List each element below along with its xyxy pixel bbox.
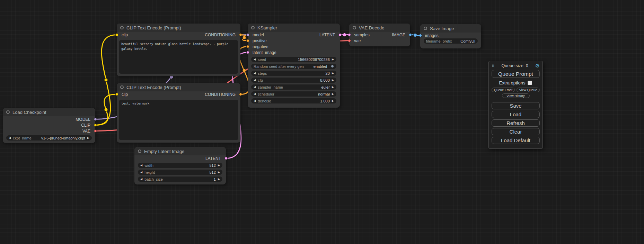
graph-canvas[interactable]: Load Checkpoint MODEL CLIP VAE ◀ ckpt_na…: [0, 0, 644, 244]
increment-icon[interactable]: ▶: [332, 72, 334, 75]
node-title: CLIP Text Encode (Prompt): [126, 25, 181, 30]
link-dot: [104, 78, 108, 82]
input-slot-clip[interactable]: [115, 93, 118, 96]
input-slot-clip[interactable]: [115, 33, 118, 36]
increment-icon[interactable]: ▶: [218, 164, 220, 167]
output-slot-latent[interactable]: [224, 157, 228, 160]
link-dot: [343, 33, 346, 37]
input-slot-images[interactable]: [419, 34, 422, 37]
output-slot-image[interactable]: [409, 33, 412, 36]
decrement-icon[interactable]: ◀: [254, 72, 256, 75]
decrement-icon[interactable]: ◀: [254, 58, 256, 61]
increment-icon[interactable]: ▶: [332, 58, 334, 61]
collapse-icon[interactable]: [353, 26, 356, 29]
extra-options-checkbox[interactable]: [528, 81, 532, 85]
input-label: latent_image: [253, 50, 276, 55]
widget-cfg[interactable]: ◀ cfg 8.000 ▶: [251, 78, 336, 83]
widget-steps[interactable]: ◀ steps 20 ▶: [251, 71, 336, 76]
output-slot-conditioning[interactable]: [239, 93, 242, 96]
collapse-icon[interactable]: [251, 26, 255, 29]
output-slot-model[interactable]: [94, 118, 97, 121]
collapse-icon[interactable]: [120, 26, 124, 29]
input-label: model: [253, 33, 264, 37]
link-dot: [414, 34, 417, 37]
prompt-textarea[interactable]: beautiful scenery nature glass bottle la…: [119, 40, 238, 74]
output-slot-latent[interactable]: [338, 33, 342, 36]
input-slot-model[interactable]: [246, 33, 249, 36]
increment-icon[interactable]: ▶: [218, 171, 220, 174]
node-title-bar[interactable]: Load Checkpoint: [3, 108, 95, 116]
input-slot-samples[interactable]: [348, 33, 351, 36]
queue-front-button[interactable]: Queue Front: [492, 88, 515, 92]
node-title-bar[interactable]: KSampler: [248, 24, 340, 32]
increment-icon[interactable]: ▶: [218, 178, 220, 181]
node-clip-text-encode-negative[interactable]: CLIP Text Encode (Prompt) clip CONDITION…: [117, 83, 240, 143]
node-save-image[interactable]: Save Image images filename_prefix ComfyU…: [420, 24, 481, 48]
prev-value-icon[interactable]: ◀: [254, 93, 256, 96]
clear-button[interactable]: Clear: [492, 128, 540, 135]
node-title-bar[interactable]: CLIP Text Encode (Prompt): [117, 24, 240, 32]
node-vae-decode[interactable]: VAE Decode samples IMAGE vae: [349, 24, 410, 46]
output-slot-conditioning[interactable]: [239, 33, 242, 36]
output-label: CONDITIONING: [205, 92, 236, 97]
node-ksampler[interactable]: KSampler model LATENT positive negative …: [248, 24, 340, 108]
queue-size-label: Queue size: 0: [502, 63, 528, 68]
decrement-icon[interactable]: ◀: [140, 171, 142, 174]
decrement-icon[interactable]: ◀: [254, 79, 256, 82]
output-slot-vae[interactable]: [94, 129, 97, 133]
load-button[interactable]: Load: [492, 111, 540, 118]
widget-width[interactable]: ◀ width 512 ▶: [138, 163, 222, 168]
node-load-checkpoint[interactable]: Load Checkpoint MODEL CLIP VAE ◀ ckpt_na…: [3, 108, 95, 143]
slot-row: clip CONDITIONING: [117, 32, 240, 38]
next-value-icon[interactable]: ▶: [332, 93, 334, 96]
toggle-on-icon[interactable]: [331, 65, 334, 68]
widget-filename-prefix[interactable]: filename_prefix ComfyUI: [424, 38, 478, 44]
load-default-button[interactable]: Load Default: [492, 137, 540, 144]
next-value-icon[interactable]: ▶: [87, 137, 89, 139]
view-history-button[interactable]: View History: [502, 93, 530, 98]
node-empty-latent-image[interactable]: Empty Latent Image LATENT ◀ width 512 ▶ …: [134, 147, 226, 184]
collapse-icon[interactable]: [424, 27, 427, 30]
refresh-button[interactable]: Refresh: [492, 119, 540, 127]
prev-value-icon[interactable]: ◀: [9, 137, 11, 139]
input-slot-latent-image[interactable]: [246, 51, 249, 54]
node-title-bar[interactable]: Empty Latent Image: [134, 147, 226, 155]
input-slot-positive[interactable]: [246, 39, 249, 42]
view-queue-button[interactable]: View Queue: [517, 88, 540, 92]
widget-denoise[interactable]: ◀ denoise 1.000 ▶: [251, 98, 336, 103]
prev-value-icon[interactable]: ◀: [254, 86, 256, 89]
increment-icon[interactable]: ▶: [332, 79, 334, 82]
collapse-icon[interactable]: [120, 85, 124, 89]
decrement-icon[interactable]: ◀: [140, 164, 142, 167]
widget-ckpt-name[interactable]: ◀ ckpt_name v1-5-pruned-emaonly.ckpt ▶: [6, 135, 92, 141]
widget-batch-size[interactable]: ◀ batch_size 1 ▶: [138, 177, 222, 182]
widget-sampler-name[interactable]: ◀ sampler_name euler ▶: [251, 84, 336, 90]
input-label: vae: [354, 38, 361, 43]
output-slot-clip[interactable]: [94, 124, 97, 127]
node-title: Load Checkpoint: [12, 110, 46, 115]
widget-random-seed-toggle[interactable]: Random seed after every gen enabled: [251, 64, 336, 69]
node-title-bar[interactable]: Save Image: [420, 24, 481, 33]
collapse-icon[interactable]: [6, 110, 10, 114]
node-title-bar[interactable]: CLIP Text Encode (Prompt): [117, 83, 240, 91]
node-clip-text-encode-positive[interactable]: CLIP Text Encode (Prompt) clip CONDITION…: [117, 24, 240, 76]
settings-gear-icon[interactable]: ⚙: [535, 63, 540, 68]
decrement-icon[interactable]: ◀: [140, 178, 142, 181]
save-button[interactable]: Save: [492, 102, 540, 109]
input-label: positive: [253, 38, 267, 43]
collapse-icon[interactable]: [138, 150, 141, 153]
increment-icon[interactable]: ▶: [332, 100, 334, 102]
widget-seed[interactable]: ◀ seed 156680208700286 ▶: [251, 57, 336, 62]
widget-scheduler[interactable]: ◀ scheduler normal ▶: [251, 91, 336, 97]
drag-handle-icon[interactable]: ⠿: [492, 63, 495, 68]
next-value-icon[interactable]: ▶: [332, 86, 334, 89]
node-title-bar[interactable]: VAE Decode: [349, 24, 410, 32]
input-slot-negative[interactable]: [246, 45, 249, 48]
node-title: Empty Latent Image: [144, 149, 184, 154]
input-label: negative: [253, 44, 268, 49]
widget-height[interactable]: ◀ height 512 ▶: [138, 170, 222, 175]
input-slot-vae[interactable]: [348, 39, 351, 42]
queue-prompt-button[interactable]: Queue Prompt: [492, 70, 540, 78]
prompt-textarea[interactable]: text, watermark: [119, 100, 238, 140]
decrement-icon[interactable]: ◀: [254, 100, 256, 102]
